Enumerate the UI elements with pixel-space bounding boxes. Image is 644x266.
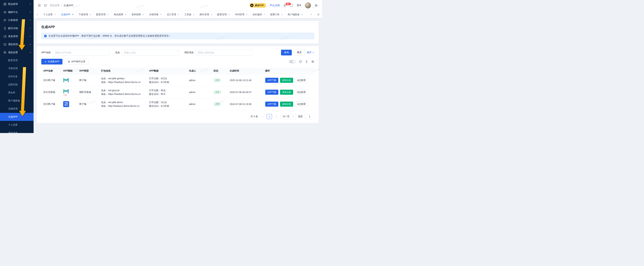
breadcrumb-separator: / [61,4,62,7]
col-header-操作: 操作 [263,68,314,74]
close-tab-icon[interactable] [210,14,212,16]
tab-角色权限[interactable]: 角色权限 [112,11,129,18]
action-动态配置[interactable]: 动态配置 [295,78,308,83]
tab-附件管理[interactable]: 附件管理 [197,11,215,18]
tab-加价规则[interactable]: 加价规则 [250,11,268,18]
action-动态配置[interactable]: 动态配置 [295,90,308,95]
filter-input-绑定域名[interactable] [196,50,252,56]
close-tab-icon[interactable] [301,14,303,16]
close-tab-icon[interactable] [228,14,230,16]
sidebar-item-系统管理[interactable]: 系统管理 [0,40,34,48]
sidebar-subitem-个人设置[interactable]: 个人设置 [0,121,34,129]
close-tab-icon[interactable] [160,14,162,16]
close-tab-icon[interactable] [281,14,283,16]
tab-菜单权限[interactable]: 菜单权限 [129,11,147,18]
cell-creator: admin [187,74,212,86]
cell-app-name: 演示充值端 [41,86,61,98]
action-动态配置[interactable]: 动态配置 [295,102,308,107]
current-page-button[interactable]: 1 [266,114,272,119]
avatar[interactable] [305,2,311,8]
tab-分销等级[interactable]: 分销等级 [147,11,164,18]
sidebar-item-物联中台[interactable]: 物联中台 [0,8,34,16]
close-tab-icon[interactable] [264,14,265,16]
expand-toggle[interactable]: 展开 [307,51,314,54]
sidebar-subitem-定时任务[interactable]: 定时任务 [0,72,34,80]
info-icon [44,34,47,38]
action-APP下载[interactable]: APP下载 [265,102,278,107]
breadcrumb-parent[interactable]: 系统设置 [50,4,60,7]
action-渠道分发[interactable]: 渠道分发 [280,78,293,83]
sidebar-subitem-黑名单[interactable]: 黑名单 [0,89,34,97]
next-page-button[interactable] [274,114,279,119]
close-tab-icon[interactable] [142,14,144,16]
create-app-button[interactable]: 生成新APP [41,59,62,64]
sidebar-subitem-生成APP[interactable]: 生成APP [0,113,34,121]
cell-package-info: 包名：net.gmy.iot域名：https://haokav2.demo.fa… [99,86,147,98]
main-area: 系统设置 / 生成APP 超会V10 平台文档 99+ 文A [34,0,322,133]
language-icon[interactable]: 文A [297,4,301,7]
sidebar-item-订单管理[interactable]: 订单管理 [0,16,34,24]
reset-button[interactable]: 重置 [294,50,305,56]
collapse-sidebar-icon[interactable] [38,4,41,7]
tab-商户端装修[interactable]: 商户端装修 [286,11,306,18]
tab-配置管理[interactable]: 配置管理 [215,11,232,18]
refresh-page-icon[interactable] [44,4,47,7]
sidebar-item-系统设置[interactable]: 系统设置 [0,48,34,56]
status-badge: 正常 [214,78,221,82]
sidebar-subitem-配置管理[interactable]: 配置管理 [0,56,34,64]
row-height-icon[interactable] [305,60,308,63]
tab-个人设置[interactable]: 个人设置 [41,11,58,18]
sidebar-item-靓号分销[interactable]: 靓号分销 [0,24,34,32]
cell-app-name: 演示商户端 [41,98,61,110]
app-log-button[interactable]: APP操作记录 [65,59,88,64]
table-tools [289,60,314,63]
tab-配置管理[interactable]: 配置管理 [94,11,112,18]
action-APP下载[interactable]: APP下载 [265,90,278,95]
jump-page-input[interactable] [305,114,314,119]
header-actions: 超会V10 平台文档 99+ 文A [249,2,318,8]
close-tab-icon[interactable] [125,14,126,16]
tab-生成APP[interactable]: 生成APP [58,11,76,18]
table-header-row: APP名称APP图标APP类型打包信息APP数据生成人状态生成时间操作 [41,68,314,74]
tab-报警订单[interactable]: 报警订单 [268,11,286,18]
action-APP下载[interactable]: APP下载 [265,78,278,83]
settings-icon[interactable] [314,4,318,7]
prev-page-button[interactable] [260,114,264,119]
filter-input-包名[interactable] [122,50,179,56]
vip-badge[interactable]: 超会V10 [249,3,266,8]
sidebar-subitem-字典管理[interactable]: 字典管理 [0,64,34,72]
tab-员工管理[interactable]: 员工管理 [164,11,182,18]
action-渠道分发[interactable]: 渠道分发 [280,102,293,107]
blue-card-app-icon: 千里号卡 [63,101,69,107]
tab-号码管理[interactable]: 号码管理 [232,11,250,18]
cell-actions: APP下载渠道分发动态配置 [263,86,314,98]
close-tab-icon[interactable] [193,14,195,16]
search-button[interactable]: 查询 [281,50,292,56]
action-渠道分发[interactable]: 渠道分发 [280,90,293,95]
sidebar-subitem-商户端装修[interactable]: 商户端装修 [0,97,34,105]
close-tab-icon[interactable] [54,14,56,16]
filter-input-APP名称[interactable] [53,50,110,56]
close-tab-icon[interactable] [246,14,248,16]
sidebar-item-商品管理[interactable]: 商品管理 [0,0,34,8]
close-tab-icon[interactable] [178,14,180,16]
page-size-select[interactable]: 10 / 页 [281,114,296,119]
sidebar-item-资金管理[interactable]: 资金管理 [0,32,34,40]
close-tab-icon[interactable] [72,14,74,16]
scroll-tabs-right-button[interactable] [307,11,314,18]
close-tab-icon[interactable] [90,14,91,16]
sidebar-subitem-店铺管理[interactable]: 店铺管理 [0,105,34,113]
platform-docs-link[interactable]: 平台文档 [270,4,280,7]
tab-下游管理[interactable]: 下游管理 [76,11,94,18]
sidebar-subitem-我的消息[interactable]: 我的消息 [0,129,34,133]
table-toggle[interactable] [289,60,296,63]
column-settings-icon[interactable] [311,60,314,63]
tab-actions-button[interactable] [314,11,322,18]
scroll-tabs-left-button[interactable] [34,11,41,18]
sidebar-subitem-品牌定制[interactable]: 品牌定制 [0,80,34,89]
refresh-table-icon[interactable] [299,60,302,63]
notifications-button[interactable]: 99+ [284,4,286,7]
cell-status: 正常 [212,98,228,110]
close-tab-icon[interactable] [107,14,109,16]
tab-工具箱[interactable]: 工具箱 [182,11,197,18]
